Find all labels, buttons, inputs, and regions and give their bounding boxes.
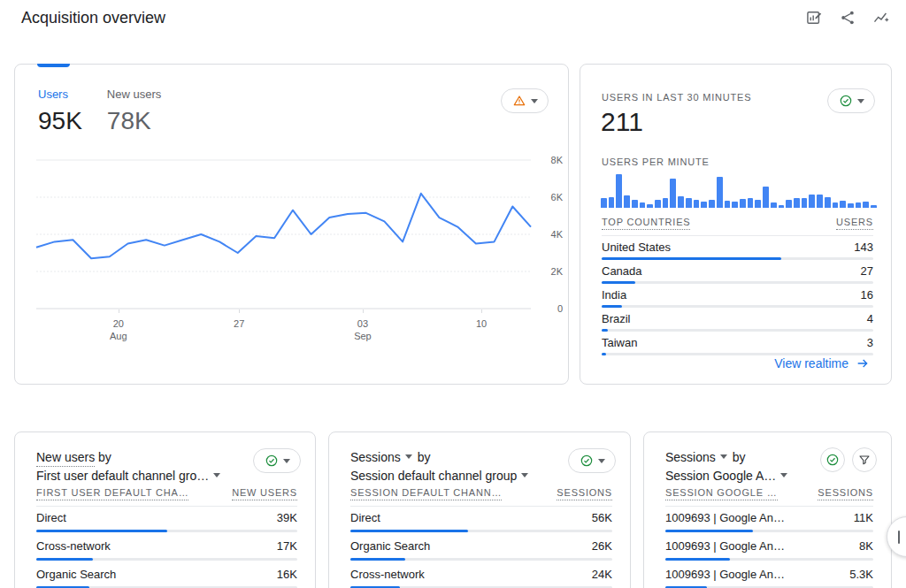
x-tick-mark xyxy=(363,309,364,313)
column-header-metric[interactable]: NEW USERS xyxy=(232,487,297,500)
sessions-by-google-ads-card: Sessions by Session Google A… xyxy=(643,431,892,588)
insights-icon[interactable] xyxy=(872,9,890,27)
dimension-dropdown[interactable]: Session default channel group xyxy=(350,467,528,485)
table-row[interactable]: Organic Search16K xyxy=(36,561,297,588)
table-body: United States143Canada27India16Brazil4Ta… xyxy=(602,236,873,355)
filter-button[interactable] xyxy=(852,447,877,472)
column-header-dimension[interactable]: FIRST USER DEFAULT CHA… xyxy=(36,487,188,500)
table-row[interactable]: 1009693 | Google An…5.3K xyxy=(665,561,873,588)
per-minute-bar xyxy=(825,197,831,208)
card-status-button[interactable] xyxy=(568,448,616,473)
x-tick-label: 27 xyxy=(234,317,244,330)
per-minute-bar xyxy=(624,195,630,208)
metric-label: New users xyxy=(107,88,161,101)
per-minute-bar xyxy=(848,203,854,208)
selected-tab-indicator xyxy=(37,64,70,67)
arrow-right-icon xyxy=(856,356,870,370)
per-minute-bar xyxy=(856,202,862,208)
caret-down-icon xyxy=(521,473,528,477)
metric-dropdown[interactable]: Sessions by xyxy=(665,448,787,467)
users-line-chart[interactable]: 8K6K4K2K0 20Aug2703Sep10 xyxy=(36,160,531,309)
column-header-users[interactable]: USERS xyxy=(836,217,873,230)
row-bar-track xyxy=(602,353,873,355)
customize-report-icon[interactable] xyxy=(805,9,823,27)
column-header-metric[interactable]: SESSIONS xyxy=(818,487,873,500)
per-minute-bar xyxy=(717,177,723,208)
column-header-dimension[interactable]: SESSION GOOGLE … xyxy=(665,487,778,500)
realtime-status-button[interactable] xyxy=(827,88,875,113)
card-title: Sessions by Session default channel grou… xyxy=(350,448,528,485)
per-minute-bar xyxy=(694,200,700,208)
users-trend-line xyxy=(36,194,531,258)
table-row[interactable]: 1009693 | Google An…8K xyxy=(665,532,873,561)
row-label: India xyxy=(602,288,626,302)
table-row[interactable]: Taiwan3 xyxy=(602,332,873,355)
x-tick-mark xyxy=(119,309,119,313)
metric-dropdown[interactable]: Sessions by xyxy=(350,448,528,467)
dimension-dropdown[interactable]: First user default channel gro… xyxy=(36,467,220,485)
row-value: 11K xyxy=(854,511,873,525)
card-status-button[interactable] xyxy=(820,447,845,472)
table-body: Direct56KOrganic Search26KCross-network2… xyxy=(350,504,612,588)
table-row[interactable]: Direct39K xyxy=(36,504,297,532)
card-status-button[interactable] xyxy=(253,448,301,473)
row-bar-fill xyxy=(602,353,606,355)
flyout-icon xyxy=(898,531,900,544)
row-label: 1009693 | Google An… xyxy=(665,568,785,582)
metric-name: Sessions xyxy=(665,448,716,467)
y-tick-label: 6K xyxy=(531,192,563,202)
table-row[interactable]: Cross-network24K xyxy=(350,561,612,588)
metric-name[interactable]: New users xyxy=(36,450,95,467)
per-minute-bar xyxy=(817,195,823,208)
table-row[interactable]: Organic Search26K xyxy=(350,532,612,561)
users-per-minute-chart[interactable] xyxy=(601,174,877,208)
table-row[interactable]: 1009693 | Google An…11K xyxy=(665,504,873,532)
row-value: 8K xyxy=(859,539,873,554)
row-label: 1009693 | Google An… xyxy=(665,511,785,525)
per-minute-bar xyxy=(655,200,661,208)
row-bar-fill xyxy=(665,558,730,561)
row-label: Brazil xyxy=(602,312,631,325)
table-body: 1009693 | Google An…11K1009693 | Google … xyxy=(665,504,873,588)
per-minute-bar xyxy=(794,198,800,208)
dimension-dropdown[interactable]: Session Google A… xyxy=(665,467,787,485)
y-tick-label: 8K xyxy=(531,155,563,165)
data-quality-button[interactable] xyxy=(501,88,549,113)
check-circle-icon xyxy=(839,94,853,108)
table-row[interactable]: United States143 xyxy=(602,236,873,260)
row-bar-track xyxy=(602,281,873,284)
x-axis-labels: 20Aug2703Sep10 xyxy=(36,309,531,346)
per-minute-bar xyxy=(802,198,808,208)
column-header-metric[interactable]: SESSIONS xyxy=(557,487,612,500)
per-minute-bar xyxy=(740,199,746,208)
table-row[interactable]: Brazil4 xyxy=(602,308,873,332)
caret-down-icon xyxy=(405,454,412,459)
row-label: United States xyxy=(602,241,671,254)
warning-icon xyxy=(512,94,526,108)
table-row[interactable]: Canada27 xyxy=(602,260,873,284)
caret-down-icon xyxy=(857,99,864,103)
column-header-countries[interactable]: TOP COUNTRIES xyxy=(602,217,690,230)
view-realtime-link[interactable]: View realtime xyxy=(774,356,870,370)
row-bar-track xyxy=(350,530,612,532)
per-minute-bar xyxy=(840,201,846,208)
caret-down-icon xyxy=(780,473,787,477)
row-label: 1009693 | Google An… xyxy=(665,539,785,554)
column-header-dimension[interactable]: SESSION DEFAULT CHANN… xyxy=(350,487,502,500)
tab-new-users[interactable]: New users 78K xyxy=(107,88,161,135)
row-label: Direct xyxy=(36,511,66,525)
row-bar-fill xyxy=(602,329,608,332)
table-row[interactable]: India16 xyxy=(602,284,873,308)
users-per-minute-label: USERS PER MINUTE xyxy=(602,157,710,167)
check-circle-icon xyxy=(825,453,840,467)
share-icon[interactable] xyxy=(839,9,856,27)
per-minute-bar xyxy=(763,187,769,208)
x-tick-mark xyxy=(481,309,482,313)
row-value: 56K xyxy=(592,511,612,525)
table-row[interactable]: Cross-network17K xyxy=(36,532,297,561)
table-row[interactable]: Direct56K xyxy=(350,504,612,532)
filter-icon xyxy=(857,453,871,467)
row-bar-fill xyxy=(350,530,468,532)
tab-users[interactable]: Users 95K xyxy=(38,88,82,135)
title-connector: by xyxy=(98,450,111,464)
